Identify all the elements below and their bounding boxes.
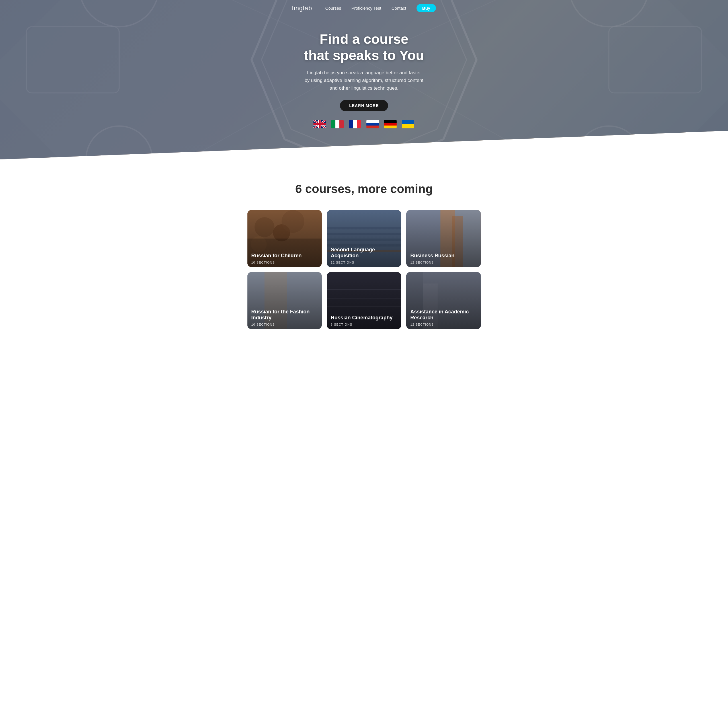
ukraine-flag[interactable]: [402, 120, 414, 128]
svg-rect-20: [331, 120, 335, 128]
site-logo[interactable]: linglab: [292, 5, 312, 12]
language-flags: [304, 120, 424, 128]
courses-grid: Russian for Children 10 SECTIONS Second …: [248, 210, 481, 329]
buy-button[interactable]: Buy: [416, 4, 436, 12]
course-card-content: Business Russian 12 SECTIONS: [406, 249, 480, 267]
svg-rect-27: [366, 123, 379, 125]
svg-rect-21: [335, 120, 340, 128]
svg-rect-29: [384, 120, 397, 123]
course-card-sections: 10 SECTIONS: [251, 323, 318, 326]
course-card-content: Russian Cinematography 8 SECTIONS: [327, 311, 401, 329]
svg-rect-23: [349, 120, 353, 128]
nav-proficiency-test[interactable]: Proficiency Test: [351, 6, 381, 11]
course-card-second-language[interactable]: Second Language Acquisition 12 SECTIONS: [327, 210, 401, 267]
learn-more-button[interactable]: LEARN MORE: [340, 100, 388, 111]
svg-rect-24: [353, 120, 357, 128]
course-card-content: Second Language Acquisition 12 SECTIONS: [327, 243, 401, 267]
hero-section: Find a course that speaks to You Linglab…: [0, 0, 728, 159]
svg-rect-28: [366, 125, 379, 128]
italy-flag[interactable]: [331, 120, 344, 128]
svg-rect-22: [340, 120, 344, 128]
course-card-russian-children[interactable]: Russian for Children 10 SECTIONS: [248, 210, 322, 267]
course-card-title: Russian for Children: [251, 253, 318, 259]
course-card-title: Russian for the Fashion Industry: [251, 309, 318, 321]
uk-flag[interactable]: [314, 120, 326, 128]
main-nav: linglab Courses Proficiency Test Contact…: [0, 0, 728, 16]
nav-courses[interactable]: Courses: [325, 6, 341, 11]
course-card-sections: 8 SECTIONS: [331, 323, 397, 326]
hero-subtitle: Linglab helps you speak a language bette…: [304, 69, 424, 92]
russia-flag[interactable]: [366, 120, 379, 128]
germany-flag[interactable]: [384, 120, 397, 128]
hero-title: Find a course that speaks to You: [304, 31, 424, 64]
course-card-sections: 10 SECTIONS: [251, 261, 318, 264]
course-card-sections: 12 SECTIONS: [410, 261, 477, 264]
svg-rect-31: [384, 125, 397, 128]
course-card-content: Assistance in Academic Research 12 SECTI…: [406, 305, 480, 329]
course-card-content: Russian for Children 10 SECTIONS: [248, 249, 322, 267]
course-card-sections: 12 SECTIONS: [410, 323, 477, 326]
hero-content: Find a course that speaks to You Linglab…: [298, 31, 430, 128]
course-card-title: Business Russian: [410, 253, 477, 259]
svg-rect-32: [402, 120, 414, 124]
course-card-business-russian[interactable]: Business Russian 12 SECTIONS: [406, 210, 480, 267]
france-flag[interactable]: [349, 120, 361, 128]
course-card-title: Assistance in Academic Research: [410, 309, 477, 321]
course-card-title: Second Language Acquisition: [331, 247, 397, 259]
svg-rect-25: [357, 120, 361, 128]
course-card-academic-research[interactable]: Assistance in Academic Research 12 SECTI…: [406, 272, 480, 329]
course-card-russian-cinema[interactable]: Russian Cinematography 8 SECTIONS: [327, 272, 401, 329]
course-card-content: Russian for the Fashion Industry 10 SECT…: [248, 305, 322, 329]
courses-section: 6 courses, more coming Russian for Child…: [0, 159, 728, 346]
course-card-russian-fashion[interactable]: Russian for the Fashion Industry 10 SECT…: [248, 272, 322, 329]
svg-rect-30: [384, 123, 397, 125]
course-card-title: Russian Cinematography: [331, 315, 397, 321]
courses-section-title: 6 courses, more coming: [6, 182, 722, 196]
nav-contact[interactable]: Contact: [392, 6, 406, 11]
course-card-sections: 12 SECTIONS: [331, 261, 397, 264]
svg-rect-33: [402, 124, 414, 128]
svg-rect-26: [366, 120, 379, 123]
